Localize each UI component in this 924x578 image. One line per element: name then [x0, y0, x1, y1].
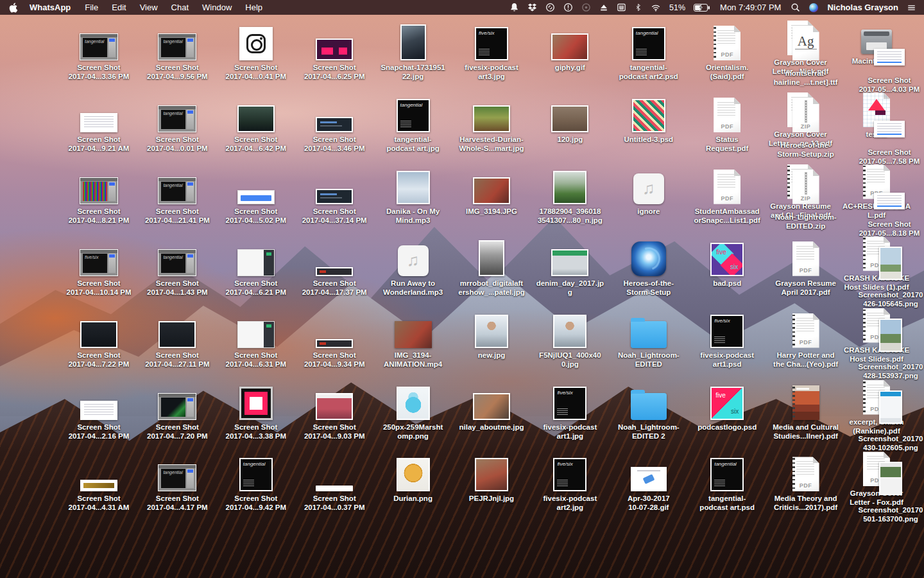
desktop-icon[interactable]: IMG_3194-ANIMATION.mp4: [374, 307, 452, 369]
dimmed-app-icon[interactable]: [581, 3, 591, 12]
menu-clock[interactable]: Mon 7:49:07 PM: [720, 3, 781, 12]
desktop-icon[interactable]: Screen Shot2017-04...7.22 PM: [60, 307, 138, 369]
desktop-icon[interactable]: Apr-30-201710-07-28.gif: [610, 450, 688, 512]
desktop-icon[interactable]: Screen Shot2017-04...27.11 PM: [138, 307, 216, 369]
desktop-icon[interactable]: five/sixfivesix-podcastart1.psd: [688, 307, 766, 369]
desktop-icon[interactable]: tangentialScreen Shot2017-04...0.01 PM: [138, 91, 216, 153]
desktop-icon[interactable]: Screen Shot2017-04...5.02 PM: [217, 163, 295, 225]
notification-bell-icon[interactable]: [509, 3, 519, 12]
desktop-icon[interactable]: Danika - On MyMind.mp3: [374, 163, 452, 225]
desktop-icon[interactable]: Screenshot_20170430-102605.png: [851, 383, 924, 444]
desktop-icon[interactable]: Screen Shot2017-05...8.18 PM: [850, 168, 924, 230]
desktop-icon[interactable]: Media and CulturalStudies...llner).pdf: [767, 379, 845, 441]
desktop-icon[interactable]: PDFGrayson ResumeApril 2017.pdf: [767, 235, 845, 297]
desktop-icon[interactable]: Screen Shot2017-04...4.31 AM: [60, 450, 138, 512]
fast-user-switch-menu[interactable]: Nicholas Grayson: [827, 3, 898, 12]
dropbox-icon[interactable]: [527, 3, 537, 12]
desktop-icon[interactable]: Screenshot_20170426-105645.png: [851, 239, 924, 301]
desktop-icon[interactable]: Screen Shot2017-04...37.14 PM: [295, 163, 373, 225]
active-app-menu[interactable]: WhatsApp: [30, 3, 71, 12]
desktop-icon[interactable]: new.jpg: [452, 307, 531, 360]
menu-help[interactable]: Help: [245, 3, 262, 12]
apple-menu-icon[interactable]: [9, 3, 18, 13]
desktop-icon[interactable]: five/sixfivesix-podcastart1.jpg: [531, 379, 609, 441]
desktop-icon[interactable]: IMG_3194.JPG: [452, 163, 531, 216]
desktop-icon[interactable]: Screen Shot2017-04...9.03 PM: [295, 379, 373, 441]
desktop-icon[interactable]: Noah_Lightroom-EDITED 2: [610, 379, 688, 441]
desktop-icon[interactable]: 250px-259Marshtomp.png: [374, 379, 452, 441]
desktop-icon[interactable]: fivesixbad.psd: [688, 235, 766, 288]
desktop-icon[interactable]: Screen Shot2017-04...9.21 AM: [60, 91, 138, 153]
spotlight-icon[interactable]: [791, 3, 800, 12]
desktop-icon[interactable]: tangentialScreen Shot2017-04...1.43 PM: [138, 235, 216, 297]
desktop-icon[interactable]: 120.jpg: [531, 91, 609, 144]
desktop-icon[interactable]: Screen Shot2017-04...17.37 PM: [295, 235, 373, 297]
desktop-icon[interactable]: Screen Shot2017-04...3.46 PM: [295, 91, 373, 153]
desktop-icon[interactable]: Heroes-of-the-Storm-Setup: [610, 235, 688, 297]
desktop-icon[interactable]: Screenshot_20170501-163700.png: [851, 454, 924, 516]
desktop-icon[interactable]: Agmontserrat-hairline_...t.net].ttf: [767, 19, 845, 81]
menu-file[interactable]: File: [85, 3, 98, 12]
desktop-icon[interactable]: Screen Shot2017-05...4.03 PM: [850, 24, 924, 86]
desktop-icon[interactable]: denim_day_2017.jpg: [531, 235, 609, 297]
desktop-icon[interactable]: nilay_aboutme.jpg: [452, 379, 531, 432]
desktop-icon[interactable]: PDFStudentAmbassadorSnapc...List1.pdf: [688, 163, 766, 225]
battery-charging-icon[interactable]: [694, 4, 710, 12]
desktop-icon[interactable]: giphy.gif: [531, 19, 609, 72]
desktop-icon[interactable]: PEJRJnjI.jpg: [452, 450, 531, 503]
desktop-icon[interactable]: Screen Shot2017-04...6.42 PM: [217, 91, 295, 153]
desktop-icon[interactable]: tangentialScreen Shot2017-04...9.56 PM: [138, 19, 216, 81]
desktop-icon[interactable]: PDFStatusRequest.pdf: [688, 91, 766, 153]
desktop-icon[interactable]: fivesixpodcastlogo.psd: [688, 379, 766, 432]
creative-cloud-icon[interactable]: [545, 3, 555, 12]
menu-window[interactable]: Window: [202, 3, 232, 12]
desktop-icon[interactable]: PDFOrientalism.(Said).pdf: [688, 19, 766, 81]
desktop-icon[interactable]: Screen Shot2017-04...0.37 PM: [295, 450, 373, 512]
wifi-icon[interactable]: [651, 3, 661, 12]
desktop-icon[interactable]: ignore: [610, 163, 688, 216]
desktop-icon[interactable]: Screen Shot2017-04...0.41 PM: [217, 19, 295, 81]
siri-icon[interactable]: [809, 3, 819, 13]
desktop-icon[interactable]: Screen Shot2017-04...2.16 PM: [60, 379, 138, 441]
desktop-icon[interactable]: Screen Shot2017-04...6.31 PM: [217, 307, 295, 369]
desktop-icon[interactable]: Screen Shot2017-04...8.21 PM: [60, 163, 138, 225]
desktop-icon[interactable]: tangentialtangential-podcast art2.psd: [610, 19, 688, 81]
desktop-icon[interactable]: mrrobot_digitalaftershow_...patel.jpg: [452, 235, 531, 297]
menu-edit[interactable]: Edit: [112, 3, 126, 12]
desktop-icon[interactable]: five/sixfivesix-podcastart3.jpg: [452, 19, 531, 81]
boot-camp-grid-icon[interactable]: [617, 3, 626, 12]
desktop-icon[interactable]: five/sixfivesix-podcastart2.jpg: [531, 450, 609, 512]
desktop-icon[interactable]: tangentialScreen Shot2017-04...4.17 PM: [138, 450, 216, 512]
desktop-icon[interactable]: Durian.png: [374, 450, 452, 503]
eject-icon[interactable]: [599, 3, 608, 12]
desktop-icon[interactable]: Untitled-3.psd: [610, 91, 688, 144]
desktop-icon[interactable]: Screen Shot2017-04...7.20 PM: [138, 379, 216, 441]
desktop-icon[interactable]: tangentialtangential-podcast art.psd: [688, 450, 766, 512]
desktop-icon[interactable]: Run Away toWonderland.mp3: [374, 235, 452, 297]
desktop-icon[interactable]: Screen Shot2017-04...3.38 PM: [217, 379, 295, 441]
desktop-icon[interactable]: tangentialtangential-podcast art.jpg: [374, 91, 452, 153]
desktop-icon[interactable]: Screen Shot2017-04...9.34 PM: [295, 307, 373, 369]
menu-view[interactable]: View: [140, 3, 158, 12]
desktop-icon[interactable]: tangentialScreen Shot2017-04...9.42 PM: [217, 450, 295, 512]
notification-center-icon[interactable]: [907, 3, 916, 12]
desktop-icon[interactable]: Screen Shot2017-04...6.25 PM: [295, 19, 373, 81]
desktop-icon[interactable]: Screenshot_20170428-153937.png: [851, 311, 924, 372]
desktop-icon[interactable]: 17882904_3960183541307...80_n.jpg: [531, 163, 609, 225]
desktop-icon[interactable]: Screen Shot2017-04...6.21 PM: [217, 235, 295, 297]
desktop-icon[interactable]: ZIPHeroes-of-the-Storm-Setup.zip: [767, 91, 845, 153]
desktop-icon[interactable]: Noah_Lightroom-EDITED: [610, 307, 688, 369]
desktop-icon[interactable]: PDFHarry Potter andthe Cha...(Yeo).pdf: [767, 307, 845, 369]
desktop-icon[interactable]: Harvested-Durian-Whole-S...mart.jpg: [452, 91, 531, 153]
menu-chat[interactable]: Chat: [171, 3, 189, 12]
bluetooth-icon[interactable]: [635, 3, 642, 12]
desktop-icon[interactable]: Snapchat-173195122.jpg: [374, 19, 452, 81]
desktop-icon[interactable]: ZIPNoah_Lightroom-EDITED.zip: [767, 163, 845, 225]
desktop-icon[interactable]: five/sixScreen Shot2017-04...10.14 PM: [60, 235, 138, 297]
desktop-icon[interactable]: tangentialScreen Shot2017-04...21.41 PM: [138, 163, 216, 225]
desktop-icon[interactable]: F5NjIUQ1_400x400.jpg: [531, 307, 609, 369]
alert-circle-icon[interactable]: [563, 3, 573, 12]
desktop-icon[interactable]: Screen Shot2017-05...7.58 PM: [850, 96, 924, 158]
desktop-icon[interactable]: tangentialScreen Shot2017-04...3.36 PM: [60, 19, 138, 81]
desktop-icon[interactable]: PDFMedia Theory andCriticis...2017).pdf: [767, 450, 845, 512]
